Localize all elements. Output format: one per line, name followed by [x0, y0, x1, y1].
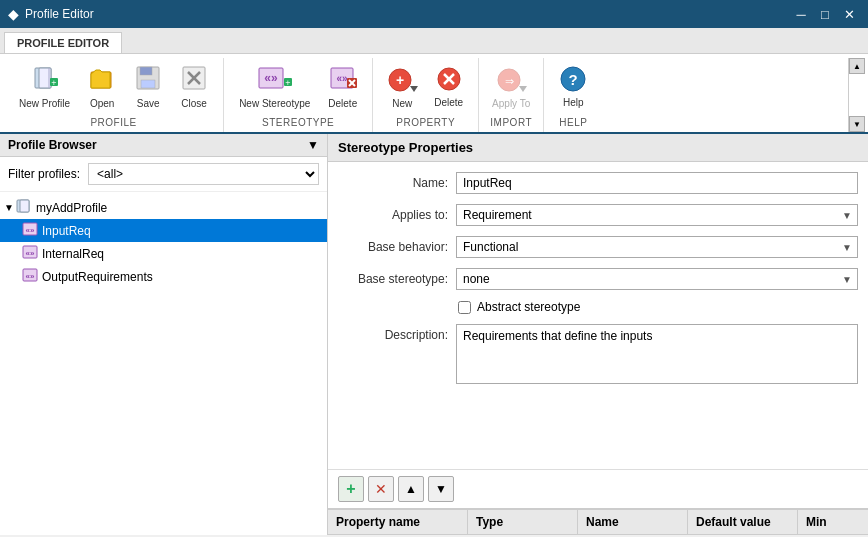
right-panel: Stereotype Properties Name: Applies to: … [328, 134, 868, 535]
apply-to-icon: ⇒ [495, 66, 527, 96]
expand-icon-root[interactable]: ▼ [4, 202, 14, 213]
filter-select[interactable]: <all> [88, 163, 319, 185]
svg-marker-23 [410, 86, 418, 92]
abstract-row: Abstract stereotype [338, 300, 858, 314]
new-stereotype-icon: «» + [257, 64, 293, 96]
ribbon-group-stereotype: «» + New Stereotype «» [224, 58, 373, 132]
svg-rect-7 [140, 67, 152, 75]
minimize-button[interactable]: ─ [790, 3, 812, 25]
profile-icon [16, 198, 32, 217]
save-button[interactable]: Save [127, 60, 169, 114]
applies-to-wrapper: Requirement Class Interface ▼ [456, 204, 858, 226]
main-area: Profile Browser ▼ Filter profiles: <all>… [0, 134, 868, 535]
close-button[interactable]: ✕ [838, 3, 860, 25]
description-label: Description: [338, 324, 448, 342]
svg-text:⇒: ⇒ [505, 75, 514, 87]
th-default-value: Default value [688, 510, 798, 534]
tree-item-root[interactable]: ▼ myAddProfile [0, 196, 327, 219]
svg-text:+: + [396, 72, 404, 88]
property-table: Property name Type Name Default value Mi… [328, 508, 868, 535]
left-panel-title: Profile Browser [8, 138, 97, 152]
props-area: Name: Applies to: Requirement Class Inte… [328, 162, 868, 469]
panel-collapse-button[interactable]: ▼ [307, 138, 319, 152]
ribbon-scroll-down[interactable]: ▼ [849, 116, 865, 132]
right-panel-header: Stereotype Properties [328, 134, 868, 162]
th-property-name: Property name [328, 510, 468, 534]
save-icon [134, 64, 162, 96]
applies-to-select[interactable]: Requirement Class Interface [456, 204, 858, 226]
tree-item-internalreq[interactable]: «» InternalReq [0, 242, 327, 265]
base-behavior-select[interactable]: Functional none [456, 236, 858, 258]
help-button[interactable]: ? Help [552, 61, 594, 113]
move-down-button[interactable]: ▼ [428, 476, 454, 502]
ribbon-group-help: ? Help HELP [544, 58, 602, 132]
svg-rect-8 [141, 80, 155, 88]
save-label: Save [137, 98, 160, 110]
filter-label: Filter profiles: [8, 167, 80, 181]
maximize-button[interactable]: □ [814, 3, 836, 25]
svg-text:«»: «» [264, 71, 278, 85]
svg-text:?: ? [569, 71, 578, 88]
new-profile-button[interactable]: + New Profile [12, 60, 77, 114]
name-input[interactable] [456, 172, 858, 194]
new-stereotype-button[interactable]: «» + New Stereotype [232, 60, 317, 114]
new-property-button[interactable]: + New [381, 62, 423, 113]
move-up-button[interactable]: ▲ [398, 476, 424, 502]
new-profile-icon: + [31, 64, 59, 96]
delete-property-button[interactable]: Delete [427, 61, 470, 113]
import-group-label: IMPORT [490, 114, 532, 132]
svg-marker-29 [519, 86, 527, 92]
base-behavior-label: Base behavior: [338, 240, 448, 254]
tab-bar: PROFILE EDITOR [0, 28, 868, 54]
table-header-row: Property name Type Name Default value Mi… [328, 510, 868, 535]
new-property-label: New [392, 98, 412, 109]
apply-to-button[interactable]: ⇒ Apply To [487, 62, 535, 113]
help-icon: ? [559, 65, 587, 95]
name-label: Name: [338, 176, 448, 190]
th-type: Type [468, 510, 578, 534]
add-property-button[interactable]: + [338, 476, 364, 502]
tree-item-outputreq[interactable]: «» OutputRequirements [0, 265, 327, 288]
svg-text:«»: «» [26, 249, 35, 258]
stereotype-icon-outputreq: «» [22, 267, 38, 286]
open-button[interactable]: Open [81, 60, 123, 114]
tree-item-inputreq[interactable]: «» InputReq [0, 219, 327, 242]
svg-text:«»: «» [26, 226, 35, 235]
new-profile-label: New Profile [19, 98, 70, 110]
base-stereotype-label: Base stereotype: [338, 272, 448, 286]
description-row: Description: Requirements that define th… [338, 324, 858, 384]
left-panel-header: Profile Browser ▼ [0, 134, 327, 157]
app-title: Profile Editor [25, 7, 94, 21]
ribbon-scroll-up[interactable]: ▲ [849, 58, 865, 74]
tree-item-inputreq-label: InputReq [42, 224, 91, 238]
new-stereotype-label: New Stereotype [239, 98, 310, 110]
description-textarea[interactable]: Requirements that define the inputs [456, 324, 858, 384]
close-x-button[interactable]: Close [173, 60, 215, 114]
ribbon-group-profile: + New Profile Open [4, 58, 224, 132]
help-label: Help [563, 97, 584, 109]
base-behavior-row: Base behavior: Functional none ▼ [338, 236, 858, 258]
tree-item-root-label: myAddProfile [36, 201, 107, 215]
remove-property-button[interactable]: ✕ [368, 476, 394, 502]
left-panel: Profile Browser ▼ Filter profiles: <all>… [0, 134, 328, 535]
delete-stereotype-icon: «» [329, 64, 357, 96]
stereotype-props-title: Stereotype Properties [338, 140, 473, 155]
delete-stereotype-label: Delete [328, 98, 357, 110]
new-property-icon: + [386, 66, 418, 96]
abstract-checkbox[interactable] [458, 301, 471, 314]
abstract-label: Abstract stereotype [477, 300, 580, 314]
open-label: Open [90, 98, 114, 110]
svg-text:«»: «» [26, 272, 35, 281]
title-bar: ◆ Profile Editor ─ □ ✕ [0, 0, 868, 28]
base-behavior-wrapper: Functional none ▼ [456, 236, 858, 258]
help-group-label: HELP [559, 114, 587, 132]
base-stereotype-select[interactable]: none [456, 268, 858, 290]
tab-profile-editor[interactable]: PROFILE EDITOR [4, 32, 122, 53]
open-icon [88, 64, 116, 96]
applies-to-label: Applies to: [338, 208, 448, 222]
th-min: Min [798, 510, 868, 534]
delete-stereotype-button[interactable]: «» Delete [321, 60, 364, 114]
apply-to-label: Apply To [492, 98, 530, 109]
svg-rect-33 [20, 200, 29, 212]
delete-property-label: Delete [434, 97, 463, 109]
